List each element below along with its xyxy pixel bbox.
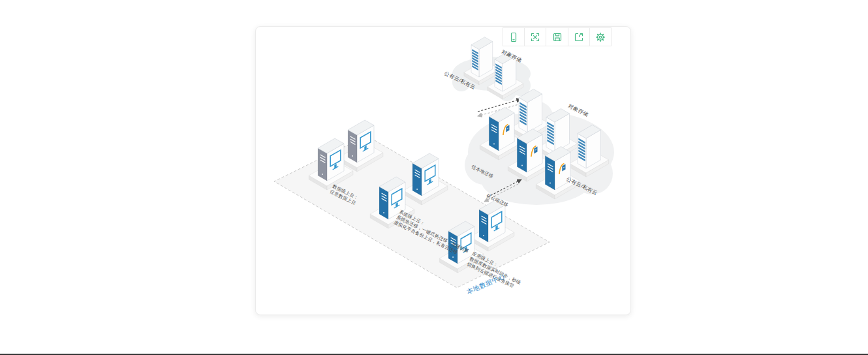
device-icon xyxy=(508,32,519,42)
diagram-card: 对象存储 公有云/私有云 对象存储 公有云/私有云 往本地迁移 往云端迁移 数据… xyxy=(255,26,631,315)
save-button[interactable] xyxy=(546,28,567,46)
migration-diagram: 对象存储 公有云/私有云 对象存储 公有云/私有云 往本地迁移 往云端迁移 数据… xyxy=(256,27,632,316)
gear-icon xyxy=(595,32,606,42)
share-button[interactable] xyxy=(568,28,589,46)
diagram-toolbar xyxy=(503,27,612,46)
fullscreen-icon xyxy=(530,32,540,42)
save-icon xyxy=(552,32,563,42)
settings-button[interactable] xyxy=(589,28,611,46)
share-icon xyxy=(574,32,584,42)
fullscreen-button[interactable] xyxy=(524,28,546,46)
page: 对象存储 公有云/私有云 对象存储 公有云/私有云 往本地迁移 往云端迁移 数据… xyxy=(0,0,868,355)
device-preview-button[interactable] xyxy=(503,28,524,46)
